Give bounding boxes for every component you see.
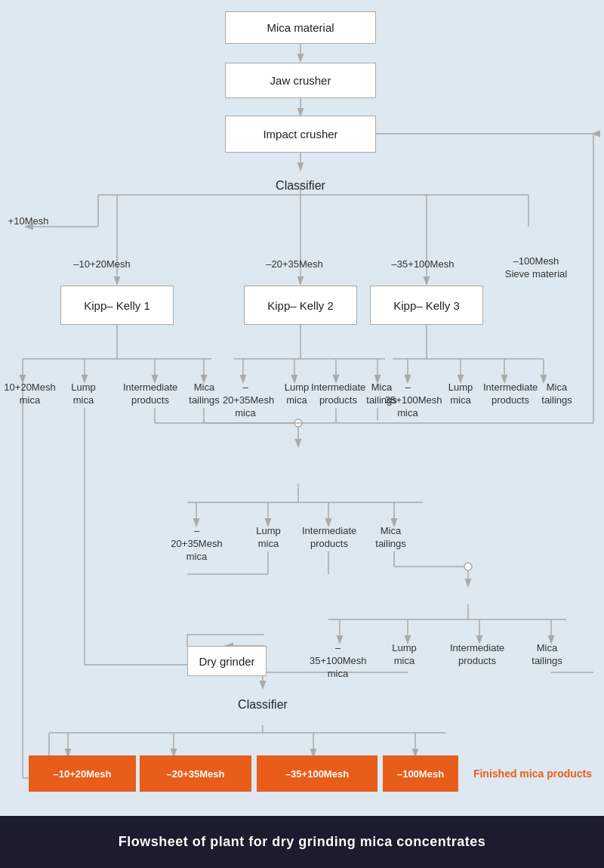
product-p1: –10+20Mesh [29,755,136,792]
svg-point-33 [294,419,302,427]
dry-grinder-box: Dry grinder [187,646,267,676]
minus10plus20-label: –10+20Mesh [68,258,136,271]
k3-out3-label: Intermediateproducts [483,381,538,407]
lvl3-out3-label: Intermediateproducts [450,642,504,668]
kipp3-box: Kipp– Kelly 3 [370,286,483,325]
k1-out1-label: 10+20Meshmica [2,381,58,407]
lvl2-out2-label: Lumpmica [248,525,289,551]
minus35plus100a-label: –35+100Mesh [385,258,461,271]
jaw-crusher-box: Jaw crusher [225,63,376,98]
minus20plus35a-label: –20+35Mesh [257,258,332,271]
lvl2-out4-label: Micatailings [370,525,411,551]
main-container: Mica material Jaw crusher Impact crusher… [0,0,604,868]
product-p4: –100Mesh [383,755,458,792]
classifier1-box: Classifier [225,170,376,202]
lvl2-out1-label: –20+35Meshmica [168,525,225,564]
k3-out1-label: –35+100Meshmica [385,381,430,420]
k2-out1-label: –20+35Meshmica [223,381,268,420]
classifier2-box: Classifier [187,689,338,721]
lvl2-out3-label: Intermediateproducts [302,525,356,551]
svg-point-43 [464,563,472,570]
k2-out2-label: Lumpmica [278,381,316,407]
k3-out4-label: Micatailings [536,381,578,407]
k2-out3-label: Intermediateproducts [311,381,365,407]
finished-products-label: Finished mica products [467,768,599,780]
impact-crusher-box: Impact crusher [225,116,376,153]
bottom-title: Flowsheet of plant for dry grinding mica… [119,834,486,850]
flowchart: Mica material Jaw crusher Impact crusher… [0,0,604,816]
lvl3-out4-label: Micatailings [526,642,568,668]
minus100a-label: –100MeshSieve material [491,255,581,281]
bottom-bar: Flowsheet of plant for dry grinding mica… [0,816,604,868]
product-p2: –20+35Mesh [140,755,251,792]
k1-out2-label: Lumpmica [63,381,104,407]
k3-out2-label: Lumpmica [442,381,479,407]
k1-out4-label: Micatailings [183,381,225,407]
product-p3: –35+100Mesh [257,755,378,792]
kipp1-box: Kipp– Kelly 1 [60,286,174,325]
plus10mesh-label: +10Mesh [4,215,53,228]
mica-material-box: Mica material [225,11,376,44]
k1-out3-label: Intermediateproducts [123,381,177,407]
lvl3-out2-label: Lumpmica [384,642,425,668]
lvl3-out1-label: –35+100Meshmica [310,642,366,681]
kipp2-box: Kipp– Kelly 2 [244,286,357,325]
